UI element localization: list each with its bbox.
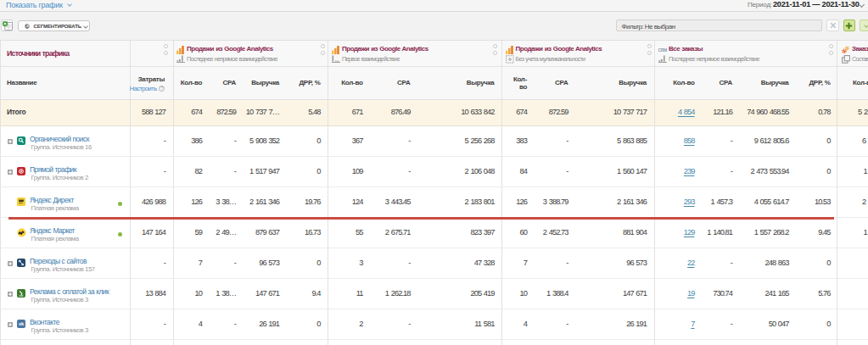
svg-text:vk: vk xyxy=(19,321,25,326)
svg-text:?: ? xyxy=(160,86,163,91)
